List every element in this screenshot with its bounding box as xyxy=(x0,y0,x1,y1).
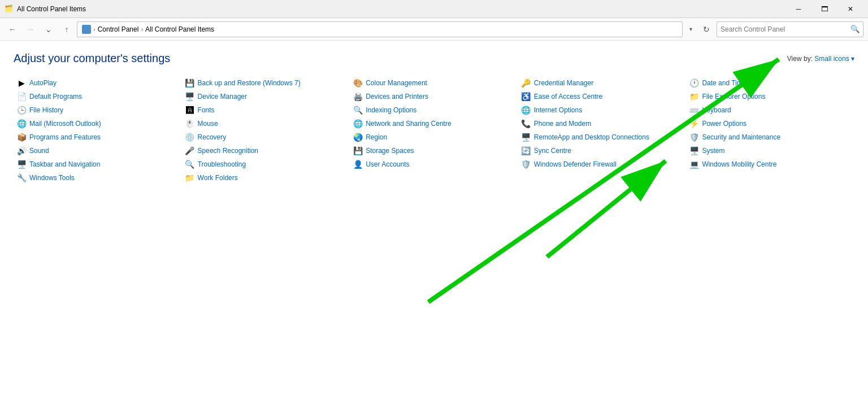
indexing-label: Indexing Options xyxy=(366,106,416,114)
item-device-manager[interactable]: 🖥️ Device Manager xyxy=(182,90,350,103)
item-storage-spaces[interactable]: 💾 Storage Spaces xyxy=(350,144,518,158)
system-label: System xyxy=(702,147,724,155)
network-icon: 🌐 xyxy=(353,119,362,128)
item-ease-of-access[interactable]: ♿ Ease of Access Centre xyxy=(518,90,687,103)
search-submit-button[interactable]: 🔍 xyxy=(847,22,863,37)
taskbar-icon: 🖥️ xyxy=(17,160,26,169)
window-icon: 🗂️ xyxy=(5,5,14,14)
date-time-icon: 🕐 xyxy=(689,78,698,88)
keyboard-label: Keyboard xyxy=(702,106,731,114)
svg-rect-0 xyxy=(84,27,89,30)
address-dropdown-button[interactable]: ▾ xyxy=(685,21,696,37)
item-user-accounts[interactable]: 👤 User Accounts xyxy=(350,158,518,171)
credential-manager-icon: 🔑 xyxy=(522,78,531,88)
item-file-explorer-options[interactable]: 📁 File Explorer Options xyxy=(686,90,854,103)
item-security-maintenance[interactable]: 🛡️ Security and Maintenance xyxy=(686,130,854,144)
item-keyboard[interactable]: ⌨️ Keyboard xyxy=(686,103,854,117)
programs-features-icon: 📦 xyxy=(17,133,26,142)
item-troubleshooting[interactable]: 🔍 Troubleshooting xyxy=(182,158,350,171)
item-programs-features[interactable]: 📦 Programs and Features xyxy=(14,130,182,144)
colour-management-label: Colour Management xyxy=(366,79,427,87)
colour-management-icon: 🎨 xyxy=(353,78,362,88)
back-button[interactable]: ← xyxy=(5,21,20,37)
mail-icon: 🌐 xyxy=(17,119,26,128)
refresh-button[interactable]: ↻ xyxy=(698,21,714,37)
item-fonts[interactable]: 🅰 Fonts xyxy=(182,103,350,117)
up-button[interactable]: ↑ xyxy=(59,21,75,37)
view-by-value[interactable]: Small icons ▾ xyxy=(814,55,854,63)
file-history-icon: 🕒 xyxy=(17,106,26,115)
ease-of-access-label: Ease of Access Centre xyxy=(534,93,602,100)
search-input[interactable] xyxy=(717,25,847,33)
column-4: 🔑 Credential Manager ♿ Ease of Access Ce… xyxy=(518,76,687,185)
main-content: Adjust your computer's settings View by:… xyxy=(0,41,868,196)
item-system[interactable]: 🖥️ System xyxy=(686,144,854,158)
backup-icon: 💾 xyxy=(185,78,194,88)
file-explorer-options-icon: 📁 xyxy=(689,92,698,101)
computer-icon xyxy=(83,26,90,33)
sound-label: Sound xyxy=(29,147,49,155)
item-mouse[interactable]: 🖱️ Mouse xyxy=(182,117,350,130)
item-windows-tools[interactable]: 🔧 Windows Tools xyxy=(14,171,182,185)
mobility-centre-icon: 💻 xyxy=(689,160,698,169)
item-taskbar[interactable]: 🖥️ Taskbar and Navigation xyxy=(14,158,182,171)
maximize-button[interactable]: 🗖 xyxy=(811,0,837,18)
taskbar-label: Taskbar and Navigation xyxy=(29,160,100,168)
item-region[interactable]: 🌏 Region xyxy=(350,130,518,144)
credential-manager-label: Credential Manager xyxy=(534,79,593,87)
recovery-icon: 💿 xyxy=(185,133,194,142)
window-title: All Control Panel Items xyxy=(17,5,86,13)
sync-centre-icon: 🔄 xyxy=(522,146,531,155)
item-power-options[interactable]: ⚡ Power Options xyxy=(686,117,854,130)
address-path[interactable]: › Control Panel › All Control Panel Item… xyxy=(77,21,683,37)
item-date-time[interactable]: 🕐 Date and Time xyxy=(686,76,854,90)
item-backup[interactable]: 💾 Back up and Restore (Windows 7) xyxy=(182,76,350,90)
item-mobility-centre[interactable]: 💻 Windows Mobility Centre xyxy=(686,158,854,171)
breadcrumb-control-panel[interactable]: Control Panel xyxy=(98,25,139,33)
phone-modem-icon: 📞 xyxy=(522,119,531,128)
work-folders-label: Work Folders xyxy=(198,174,238,182)
item-speech-recognition[interactable]: 🎤 Speech Recognition xyxy=(182,144,350,158)
breadcrumb-all-items[interactable]: All Control Panel Items xyxy=(145,25,214,33)
item-sound[interactable]: 🔊 Sound xyxy=(14,144,182,158)
item-mail[interactable]: 🌐 Mail (Microsoft Outlook) xyxy=(14,117,182,130)
file-history-label: File History xyxy=(29,106,63,114)
device-manager-icon: 🖥️ xyxy=(185,92,194,101)
remoteapp-label: RemoteApp and Desktop Connections xyxy=(534,133,649,141)
user-accounts-icon: 👤 xyxy=(353,160,362,169)
column-5: 🕐 Date and Time 📁 File Explorer Options … xyxy=(686,76,854,185)
item-remoteapp[interactable]: 🖥️ RemoteApp and Desktop Connections xyxy=(518,130,687,144)
firewall-icon: 🛡️ xyxy=(522,160,531,169)
recent-button[interactable]: ⌄ xyxy=(41,21,57,37)
item-default-programs[interactable]: 📄 Default Programs xyxy=(14,90,182,103)
items-container: ▶ AutoPlay 📄 Default Programs 🕒 File His… xyxy=(14,76,854,185)
item-credential-manager[interactable]: 🔑 Credential Manager xyxy=(518,76,687,90)
keyboard-icon: ⌨️ xyxy=(689,106,698,115)
item-firewall[interactable]: 🛡️ Windows Defender Firewall xyxy=(518,158,687,171)
minimize-button[interactable]: ─ xyxy=(785,0,811,18)
internet-options-label: Internet Options xyxy=(534,106,582,114)
item-file-history[interactable]: 🕒 File History xyxy=(14,103,182,117)
forward-button[interactable]: → xyxy=(23,21,38,37)
programs-features-label: Programs and Features xyxy=(29,133,101,141)
remoteapp-icon: 🖥️ xyxy=(522,133,531,142)
item-work-folders[interactable]: 📁 Work Folders xyxy=(182,171,350,185)
region-label: Region xyxy=(366,133,387,141)
item-devices-printers[interactable]: 🖨️ Devices and Printers xyxy=(350,90,518,103)
default-programs-icon: 📄 xyxy=(17,92,26,101)
item-network[interactable]: 🌐 Network and Sharing Centre xyxy=(350,117,518,130)
item-indexing[interactable]: 🔍 Indexing Options xyxy=(350,103,518,117)
item-phone-modem[interactable]: 📞 Phone and Modem xyxy=(518,117,687,130)
phone-modem-label: Phone and Modem xyxy=(534,120,591,128)
item-colour-management[interactable]: 🎨 Colour Management xyxy=(350,76,518,90)
item-sync-centre[interactable]: 🔄 Sync Centre xyxy=(518,144,687,158)
title-bar-left: 🗂️ All Control Panel Items xyxy=(5,5,86,14)
item-recovery[interactable]: 💿 Recovery xyxy=(182,130,350,144)
search-box[interactable]: 🔍 xyxy=(717,21,863,37)
close-button[interactable]: ✕ xyxy=(837,0,863,18)
breadcrumb-sep2: › xyxy=(141,26,143,33)
item-autoplay[interactable]: ▶ AutoPlay xyxy=(14,76,182,90)
item-internet-options[interactable]: 🌐 Internet Options xyxy=(518,103,687,117)
windows-tools-label: Windows Tools xyxy=(29,174,75,182)
date-time-label: Date and Time xyxy=(702,79,746,87)
